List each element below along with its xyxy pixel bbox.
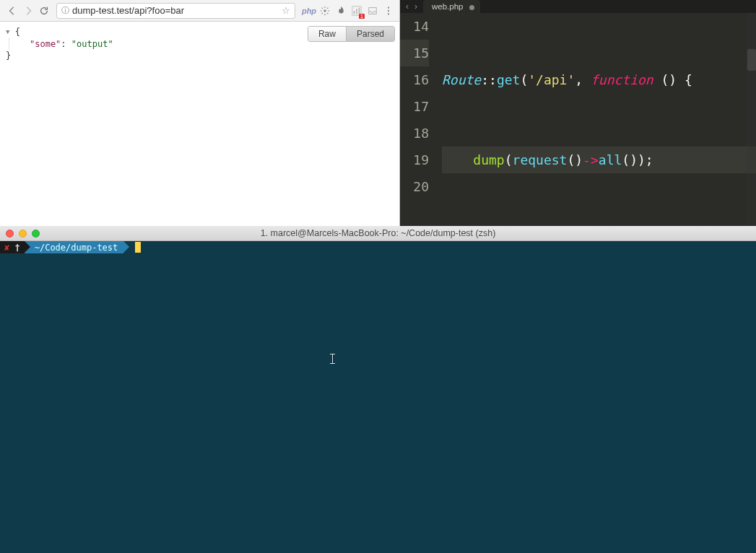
tok: dump bbox=[473, 152, 504, 167]
gear-icon[interactable] bbox=[318, 4, 331, 17]
inbox-icon[interactable] bbox=[366, 4, 379, 17]
ibeam-cursor-icon bbox=[332, 354, 333, 364]
editor-tab[interactable]: web.php bbox=[423, 0, 480, 13]
minimap-thumb[interactable] bbox=[747, 49, 756, 71]
terminal-title: 1. marcel@Marcels-MacBook-Pro: ~/Code/du… bbox=[0, 228, 756, 238]
prompt-branch-icon: † bbox=[14, 243, 19, 253]
disclosure-triangle-icon[interactable]: ▼ bbox=[6, 26, 9, 38]
svg-point-6 bbox=[388, 6, 389, 8]
bookmark-star-icon[interactable]: ☆ bbox=[282, 5, 290, 16]
editor-tabbar: ‹ › web.php bbox=[400, 0, 756, 13]
badge-count: 1 bbox=[359, 14, 365, 19]
prompt-x-icon: ✘ bbox=[4, 243, 9, 253]
parsed-button[interactable]: Parsed bbox=[346, 27, 394, 41]
menu-icon[interactable] bbox=[382, 4, 395, 17]
terminal-cursor bbox=[135, 242, 141, 253]
tok: all bbox=[599, 152, 622, 167]
line-number: 19 bbox=[400, 147, 429, 173]
tab-filename: web.php bbox=[432, 2, 463, 11]
browser-body: Raw Parsed ▼ { "some": "output" } bbox=[0, 22, 399, 226]
tok: function bbox=[591, 72, 653, 87]
tok: Route bbox=[442, 72, 481, 87]
line-number: 17 bbox=[400, 93, 429, 120]
terminal-titlebar: 1. marcel@Marcels-MacBook-Pro: ~/Code/du… bbox=[0, 226, 756, 241]
terminal-window: 1. marcel@Marcels-MacBook-Pro: ~/Code/du… bbox=[0, 226, 756, 553]
brace-open: { bbox=[15, 27, 20, 37]
json-view-toggle: Raw Parsed bbox=[308, 26, 395, 42]
reload-icon[interactable] bbox=[36, 3, 52, 19]
line-number: 16 bbox=[400, 66, 429, 93]
code-editor-window: ‹ › web.php 14 15 16 17 18 19 20 Route::… bbox=[400, 0, 756, 226]
raw-button[interactable]: Raw bbox=[308, 27, 346, 41]
back-icon[interactable] bbox=[4, 3, 20, 19]
line-number: 18 bbox=[400, 120, 429, 147]
svg-rect-4 bbox=[359, 7, 360, 14]
line-number: 14 bbox=[400, 13, 429, 40]
extension-area: php 1 bbox=[300, 4, 395, 17]
terminal-body[interactable]: ✘ † ~/Code/dump-test bbox=[0, 241, 756, 553]
editor-forward-icon[interactable]: › bbox=[412, 0, 420, 13]
tok: get bbox=[497, 72, 521, 87]
svg-point-0 bbox=[323, 9, 326, 12]
svg-point-7 bbox=[388, 9, 389, 11]
tab-dirty-indicator-icon bbox=[469, 5, 474, 10]
forward-icon[interactable] bbox=[20, 3, 36, 19]
prompt-status-segment: ✘ † bbox=[0, 241, 25, 253]
php-extension-icon[interactable]: php bbox=[303, 4, 316, 17]
flame-icon[interactable] bbox=[334, 4, 347, 17]
json-key: "some" bbox=[30, 39, 61, 49]
site-info-icon[interactable]: ⓘ bbox=[61, 5, 69, 16]
editor-back-icon[interactable]: ‹ bbox=[403, 0, 412, 13]
line-number: 15 bbox=[400, 40, 429, 66]
stats-extension-icon[interactable]: 1 bbox=[350, 4, 363, 17]
svg-rect-2 bbox=[354, 11, 355, 14]
address-bar[interactable]: ⓘ dump-test.test/api?foo=bar ☆ bbox=[56, 3, 295, 19]
tok: '/api' bbox=[528, 72, 575, 87]
line-number: 20 bbox=[400, 173, 429, 200]
json-value: "output" bbox=[71, 39, 113, 49]
prompt-path-segment: ~/Code/dump-test bbox=[25, 241, 124, 253]
svg-rect-3 bbox=[356, 9, 357, 14]
json-sep: : bbox=[61, 39, 71, 49]
svg-point-8 bbox=[388, 13, 389, 14]
browser-window: ⓘ dump-test.test/api?foo=bar ☆ php 1 Raw… bbox=[0, 0, 400, 226]
url-text: dump-test.test/api?foo=bar bbox=[72, 5, 184, 16]
tok: request bbox=[513, 152, 568, 167]
browser-toolbar: ⓘ dump-test.test/api?foo=bar ☆ php 1 bbox=[0, 0, 399, 22]
prompt: ✘ † ~/Code/dump-test bbox=[0, 241, 756, 253]
brace-close: } bbox=[6, 51, 11, 61]
